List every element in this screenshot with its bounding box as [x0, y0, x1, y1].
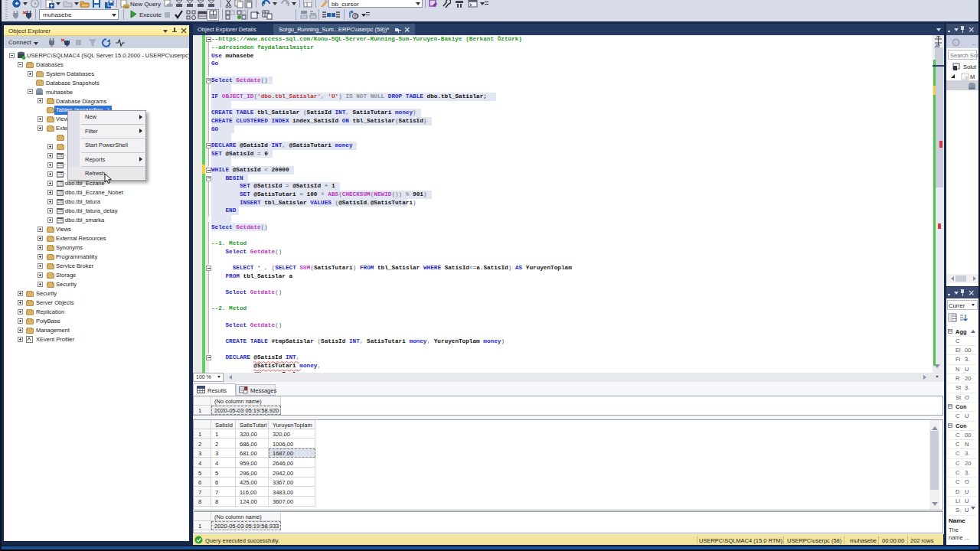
svg-text:@: @ — [354, 13, 359, 18]
